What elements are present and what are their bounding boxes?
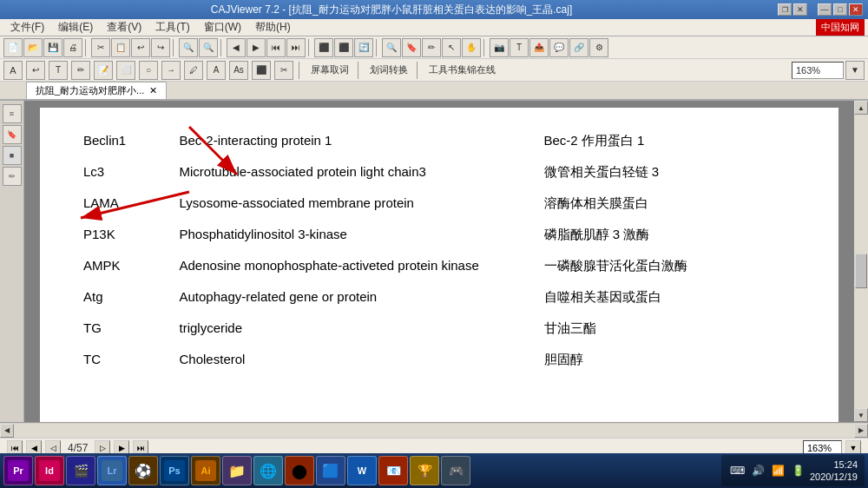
- sidebar-btn-2[interactable]: 🔖: [3, 125, 22, 144]
- cut-btn[interactable]: ✂: [91, 38, 110, 57]
- taskbar-app-word[interactable]: W: [347, 456, 377, 485]
- taskbar-app-lr[interactable]: Lr: [97, 456, 127, 485]
- menu-window[interactable]: 窗口(W): [197, 18, 248, 36]
- tb2-btn11[interactable]: As: [229, 61, 248, 80]
- fit-width-btn[interactable]: ⬛: [334, 38, 353, 57]
- tb2-btn1[interactable]: A: [3, 61, 23, 80]
- taskbar-app-ps[interactable]: Ps: [160, 456, 189, 485]
- taskbar-app-chrome[interactable]: ⬤: [285, 456, 314, 485]
- window-controls: ❐ ✕ — □ ✕: [778, 3, 863, 16]
- copy-btn[interactable]: 📋: [111, 38, 130, 57]
- scroll-right-btn[interactable]: ▶: [854, 424, 868, 438]
- undo-btn[interactable]: ↩: [131, 38, 150, 57]
- document-page: Beclin1Bec-2-interacting protein 1Bec-2 …: [40, 108, 838, 422]
- vertical-scrollbar: ▲ ▼: [854, 101, 868, 422]
- cell-abbrev: LAMA: [75, 188, 171, 219]
- cell-chinese: 微管相关蛋白轻链 3: [536, 156, 804, 188]
- print-btn[interactable]: 🖨: [63, 38, 82, 57]
- tb2-btn2[interactable]: ↩: [26, 61, 45, 80]
- menu-edit[interactable]: 编辑(E): [51, 18, 100, 36]
- scroll-left-btn[interactable]: ◀: [0, 424, 14, 438]
- tray-network-icon[interactable]: 📶: [770, 465, 786, 477]
- tb2-btn8[interactable]: →: [161, 61, 181, 80]
- close-btn[interactable]: ✕: [849, 3, 863, 16]
- prev-page-btn[interactable]: ◀: [227, 38, 246, 57]
- tray-battery-icon[interactable]: 🔋: [790, 465, 806, 477]
- taskbar-app-game[interactable]: 🎮: [441, 456, 470, 485]
- cnki-button[interactable]: 中国知网: [816, 19, 865, 36]
- scroll-track[interactable]: [854, 115, 868, 408]
- taskbar-app-folder[interactable]: 📁: [222, 456, 252, 485]
- menu-file[interactable]: 文件(F): [3, 18, 51, 36]
- first-page-btn[interactable]: ⏮: [266, 38, 286, 57]
- tb2-btn7[interactable]: ○: [139, 61, 158, 80]
- menu-view[interactable]: 查看(V): [100, 18, 148, 36]
- annot-btn[interactable]: ✏: [422, 38, 441, 57]
- last-page-btn[interactable]: ⏭: [286, 38, 306, 57]
- select-btn[interactable]: ↖: [442, 38, 461, 57]
- taskbar-app-ball[interactable]: ⚽: [128, 456, 158, 485]
- taskbar-app-video[interactable]: 🎬: [66, 456, 95, 485]
- tb2-btn3[interactable]: T: [49, 61, 68, 80]
- scroll-up-btn[interactable]: ▲: [854, 101, 868, 115]
- taskbar-app-email[interactable]: 📧: [378, 456, 408, 485]
- ocr-btn[interactable]: T: [510, 38, 529, 57]
- save-btn[interactable]: 💾: [43, 38, 62, 57]
- tray-volume-icon[interactable]: 🔊: [750, 465, 766, 477]
- sidebar-btn-4[interactable]: ✏: [3, 167, 22, 186]
- open-btn[interactable]: 📂: [23, 38, 43, 57]
- scroll-down-btn[interactable]: ▼: [854, 408, 868, 422]
- send-btn[interactable]: 📤: [529, 38, 549, 57]
- tray-clock[interactable]: 15:24 2020/12/19: [810, 458, 858, 484]
- tb2-sep1: [299, 62, 302, 79]
- screen-capture-label[interactable]: 屏幕取词: [307, 63, 352, 76]
- tb2-btn4[interactable]: ✏: [71, 61, 90, 80]
- zoom-in-btn[interactable]: 🔍: [179, 38, 198, 57]
- h-scroll-track[interactable]: [14, 424, 854, 438]
- next-page-btn[interactable]: ▶: [247, 38, 266, 57]
- cell-abbrev: P13K: [75, 219, 171, 250]
- tab-document[interactable]: 抗阻_耐力运动对肥胖小... ✕: [26, 82, 167, 99]
- bookmark-online-label[interactable]: 工具书集锦在线: [425, 63, 499, 76]
- taskbar-app-id[interactable]: Id: [35, 456, 64, 485]
- bookmark-btn[interactable]: 🔖: [402, 38, 421, 57]
- taskbar-app-blue[interactable]: 🟦: [316, 456, 345, 485]
- sidebar-btn-1[interactable]: ≡: [3, 104, 22, 123]
- tb2-btn6[interactable]: ⬜: [116, 61, 135, 80]
- tb2-btn5[interactable]: 📝: [94, 61, 113, 80]
- flow-convert-label[interactable]: 划词转换: [366, 63, 411, 76]
- zoom-dropdown-btn[interactable]: ▼: [845, 61, 865, 80]
- redo-btn[interactable]: ↪: [151, 38, 170, 57]
- tb2-btn13[interactable]: ✂: [274, 61, 293, 80]
- taskbar-app-trophy[interactable]: 🏆: [410, 456, 439, 485]
- rotate-btn[interactable]: 🔄: [354, 38, 373, 57]
- zoom-select[interactable]: 163%: [792, 62, 844, 79]
- scroll-thumb[interactable]: [855, 254, 867, 288]
- taskbar-app-browser[interactable]: 🌐: [253, 456, 283, 485]
- new-btn[interactable]: 📄: [3, 38, 23, 57]
- zoom-out-btn[interactable]: 🔍: [199, 38, 218, 57]
- tb2-btn10[interactable]: A: [207, 61, 226, 80]
- sidebar-btn-3[interactable]: ■: [3, 146, 22, 165]
- menu-help[interactable]: 帮助(H): [248, 18, 298, 36]
- fit-page-btn[interactable]: ⬛: [314, 38, 333, 57]
- tb2-btn12[interactable]: ⬛: [252, 61, 271, 80]
- settings-btn[interactable]: ⚙: [589, 38, 608, 57]
- tab-close-icon[interactable]: ✕: [149, 85, 157, 96]
- table-row: P13KPhosphatidylinositol 3-kinase磷脂酰肌醇 3…: [75, 219, 804, 250]
- screenshot-btn[interactable]: 📷: [490, 38, 509, 57]
- sub-close-btn[interactable]: ✕: [793, 3, 807, 16]
- export-btn[interactable]: 💬: [549, 38, 569, 57]
- tray-keyboard-icon[interactable]: ⌨: [728, 465, 746, 477]
- share-btn[interactable]: 🔗: [569, 38, 589, 57]
- taskbar-app-ai[interactable]: Ai: [191, 456, 220, 485]
- sub-restore-btn[interactable]: ❐: [778, 3, 792, 16]
- hand-btn[interactable]: ✋: [462, 38, 481, 57]
- find-btn[interactable]: 🔍: [382, 38, 401, 57]
- tb2-btn9[interactable]: 🖊: [184, 61, 203, 80]
- taskbar-app-pr[interactable]: Pr: [3, 456, 33, 485]
- minimize-btn[interactable]: —: [818, 3, 832, 16]
- sep2: [173, 39, 176, 56]
- maximize-btn[interactable]: □: [833, 3, 847, 16]
- menu-tools[interactable]: 工具(T): [148, 18, 196, 36]
